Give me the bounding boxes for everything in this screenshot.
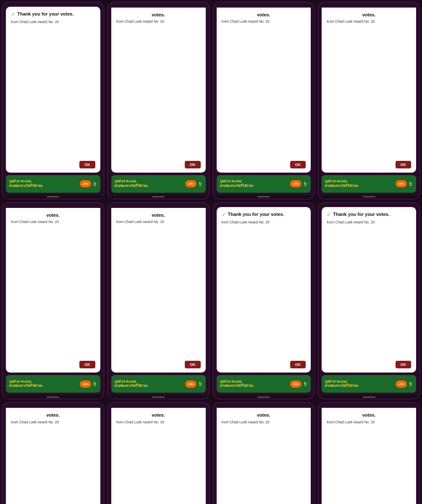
- bottom-banner: บูสต์ 25 คะแนนผ่านช่องทางใดก็ได้ง่ายๆ คล…: [6, 175, 100, 193]
- award-subtitle: Kom Chad Luek Award No. 20: [11, 20, 95, 24]
- phone-frame: votes. Kom Chad Luek Award No. 20 OK บูส…: [212, 402, 315, 504]
- bottom-banner: บูสต์ 25 คะแนนผ่านช่องทางใดก็ได้ง่ายๆ คล…: [217, 375, 311, 393]
- banner-text: บูสต์ 25 คะแนนผ่านช่องทางใดก็ได้ง่ายๆ: [115, 179, 185, 188]
- banner-click-btn[interactable]: คลิก: [290, 180, 301, 187]
- phone-frame: votes. Kom Chad Luek Award No. 20 OK บูส…: [2, 202, 105, 400]
- bottom-banner: บูสต์ 25 คะแนนผ่านช่องทางใดก็ได้ง่ายๆ คล…: [111, 375, 206, 393]
- banner-text: บูสต์ 25 คะแนนผ่านช่องทางใดก็ได้ง่ายๆ: [115, 380, 185, 388]
- banner-click-btn[interactable]: คลิก: [80, 180, 91, 187]
- votes-dialog: votes. Kom Chad Luek Award No. 20 OK: [6, 208, 100, 373]
- phone-frame: votes. Kom Chad Luek Award No. 20 OK บูส…: [107, 202, 210, 400]
- votes-dialog: votes. Kom Chad Luek Award No. 20 OK: [217, 408, 311, 504]
- phone-frame: votes. Kom Chad Luek Award No. 20 OK บูส…: [107, 2, 210, 200]
- banner-text: บูสต์ 25 คะแนนผ่านช่องทางใดก็ได้ง่ายๆ: [220, 179, 291, 188]
- votes-dialog: votes. Kom Chad Luek Award No. 20 OK: [217, 8, 311, 173]
- phone-frame: votes. Kom Chad Luek Award No. 20 OK บูส…: [212, 2, 315, 200]
- bottom-banner: บูสต์ 25 คะแนนผ่านช่องทางใดก็ได้ง่ายๆ คล…: [6, 375, 100, 393]
- bottom-banner: บูสต์ 25 คะแนนผ่านช่องทางใดก็ได้ง่ายๆ คล…: [111, 175, 206, 193]
- thank-you-title: Thank you for your votes.: [17, 11, 73, 17]
- screenshot-grid: ✓ Thank you for your votes. Kom Chad Lue…: [0, 0, 422, 504]
- check-icon: ✓: [222, 211, 226, 218]
- votes-title: votes.: [11, 412, 95, 418]
- votes-title: votes.: [116, 212, 201, 218]
- award-subtitle: Kom Chad Luek Award No. 20: [11, 220, 95, 224]
- votes-title: votes.: [222, 12, 306, 18]
- phone-frame: votes. Kom Chad Luek Award No. 20 OK บูส…: [107, 402, 210, 504]
- thank-you-dialog: ✓ Thank you for your votes. Kom Chad Lue…: [6, 7, 100, 173]
- thank-you-dialog: ✓ Thank you for your votes. Kom Chad Lue…: [217, 207, 311, 373]
- ok-button[interactable]: OK: [290, 161, 306, 168]
- ok-button[interactable]: OK: [79, 161, 95, 168]
- check-icon: ✓: [327, 211, 331, 218]
- award-subtitle: Kom Chad Luek Award No. 20: [11, 420, 95, 424]
- award-subtitle: Kom Chad Luek Award No. 20: [222, 220, 306, 224]
- award-subtitle: Kom Chad Luek Award No. 20: [327, 19, 411, 24]
- check-icon: ✓: [11, 11, 16, 17]
- banner-click-btn[interactable]: คลิก: [185, 381, 197, 388]
- banner-click-btn[interactable]: คลิก: [290, 381, 301, 388]
- bottom-banner: บูสต์ 25 คะแนนผ่านช่องทางใดก็ได้ง่ายๆ คล…: [322, 375, 416, 393]
- ok-button[interactable]: OK: [185, 161, 201, 168]
- award-subtitle: Kom Chad Luek Award No. 20: [116, 420, 201, 424]
- banner-text: บูสต์ 25 คะแนนผ่านช่องทางใดก็ได้ง่ายๆ: [9, 179, 80, 188]
- award-subtitle: Kom Chad Luek Award No. 20: [327, 420, 411, 424]
- banner-arrow-icon: 🍃: [408, 182, 413, 186]
- ok-button[interactable]: OK: [79, 361, 95, 368]
- phone-frame: ✓ Thank you for your votes. Kom Chad Lue…: [317, 202, 420, 400]
- votes-dialog: votes. Kom Chad Luek Award No. 20 OK: [111, 8, 206, 173]
- phone-frame: ✓ Thank you for your votes. Kom Chad Lue…: [2, 2, 105, 200]
- award-subtitle: Kom Chad Luek Award No. 20: [116, 19, 201, 24]
- votes-title: votes.: [327, 12, 411, 18]
- phone-frame: votes. Kom Chad Luek Award No. 20 OK บูส…: [2, 402, 105, 504]
- banner-text: บูสต์ 25 คะแนนผ่านช่องทางใดก็ได้ง่ายๆ: [325, 179, 396, 188]
- banner-arrow-icon: 🍃: [198, 382, 202, 386]
- banner-arrow-icon: 🍃: [198, 182, 202, 186]
- bottom-banner: บูสต์ 25 คะแนนผ่านช่องทางใดก็ได้ง่ายๆ คล…: [217, 175, 311, 193]
- banner-click-btn[interactable]: คลิก: [396, 180, 407, 187]
- votes-title: votes.: [116, 412, 201, 418]
- banner-arrow-icon: 🍃: [92, 382, 97, 386]
- votes-dialog: votes. Kom Chad Luek Award No. 20 OK: [6, 408, 100, 504]
- votes-title: votes.: [11, 212, 95, 218]
- votes-dialog: votes. Kom Chad Luek Award No. 20 OK: [111, 408, 206, 504]
- banner-arrow-icon: 🍃: [92, 182, 97, 186]
- banner-text: บูสต์ 25 คะแนนผ่านช่องทางใดก็ได้ง่ายๆ: [325, 380, 396, 388]
- award-subtitle: Kom Chad Luek Award No. 20: [222, 19, 306, 24]
- phone-frame: votes. Kom Chad Luek Award No. 20 OK บูส…: [317, 402, 420, 504]
- votes-dialog: votes. Kom Chad Luek Award No. 20 OK: [322, 408, 416, 504]
- phone-frame: votes. Kom Chad Luek Award No. 20 OK บูส…: [317, 2, 420, 200]
- votes-dialog: votes. Kom Chad Luek Award No. 20 OK: [322, 8, 416, 173]
- award-subtitle: Kom Chad Luek Award No. 20: [222, 420, 306, 424]
- award-subtitle: Kom Chad Luek Award No. 20: [116, 220, 201, 224]
- banner-arrow-icon: 🍃: [408, 382, 413, 386]
- ok-button[interactable]: OK: [185, 361, 201, 368]
- thank-you-dialog: ✓ Thank you for your votes. Kom Chad Lue…: [322, 207, 416, 373]
- votes-title: votes.: [222, 412, 306, 418]
- ok-button[interactable]: OK: [396, 161, 412, 168]
- banner-click-btn[interactable]: คลิก: [396, 381, 407, 388]
- banner-arrow-icon: 🍃: [303, 182, 307, 186]
- thank-you-title: Thank you for your votes.: [333, 211, 389, 217]
- banner-click-btn[interactable]: คลิก: [80, 381, 91, 388]
- ok-button[interactable]: OK: [290, 361, 306, 368]
- votes-title: votes.: [116, 12, 201, 18]
- banner-arrow-icon: 🍃: [303, 382, 307, 386]
- votes-title: votes.: [327, 412, 411, 418]
- banner-click-btn[interactable]: คลิก: [185, 180, 197, 187]
- banner-text: บูสต์ 25 คะแนนผ่านช่องทางใดก็ได้ง่ายๆ: [220, 380, 291, 388]
- award-subtitle: Kom Chad Luek Award No. 20: [327, 220, 411, 224]
- thank-you-title: Thank you for your votes.: [228, 211, 284, 217]
- banner-text: บูสต์ 25 คะแนนผ่านช่องทางใดก็ได้ง่ายๆ: [9, 380, 80, 388]
- phone-frame: ✓ Thank you for your votes. Kom Chad Lue…: [212, 202, 315, 400]
- votes-dialog: votes. Kom Chad Luek Award No. 20 OK: [111, 208, 206, 373]
- bottom-banner: บูสต์ 25 คะแนนผ่านช่องทางใดก็ได้ง่ายๆ คล…: [322, 175, 416, 193]
- ok-button[interactable]: OK: [396, 361, 412, 368]
